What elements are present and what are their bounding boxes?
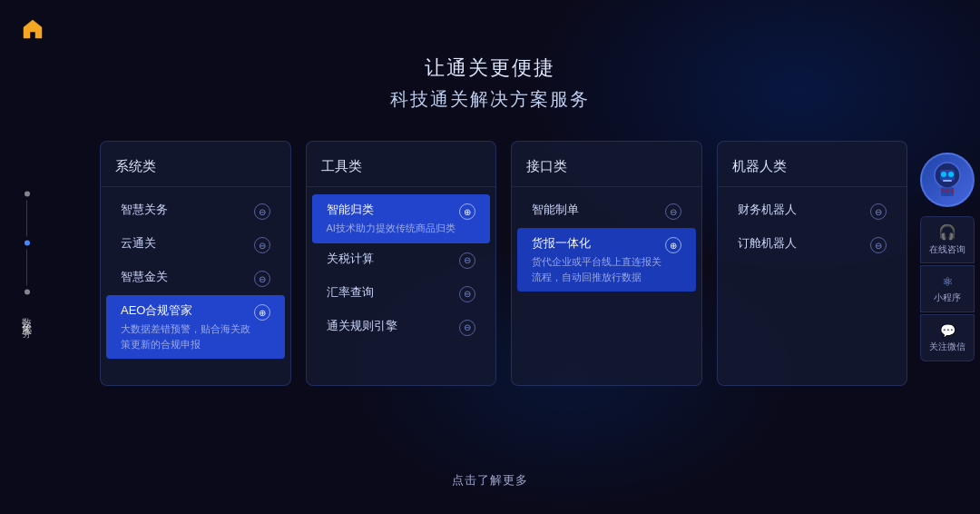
wechat-icon: 💬 [940, 323, 956, 338]
svg-point-2 [941, 172, 946, 177]
online-consult-label: 在线咨询 [929, 243, 965, 256]
card-item-zhihui-guanwu[interactable]: 智慧关务 ⊖ [106, 194, 285, 228]
side-label: 数字化服务 [20, 310, 34, 323]
mini-program-button[interactable]: ⚛ 小程序 [920, 265, 975, 312]
arrow-icon: ⊕ [254, 304, 270, 321]
card-item-zhineng-zhidan[interactable]: 智能制单 ⊖ [517, 194, 696, 228]
card-interfaces: 接口类 智能制单 ⊖ 货报一体化 货代企业或平台线上直连报关流程，自动回推放行数… [511, 141, 702, 386]
arrow-icon: ⊖ [459, 286, 475, 302]
card-item-dingcang-jiqiren[interactable]: 订舱机器人 ⊖ [723, 228, 902, 262]
cards-container: 系统类 智慧关务 ⊖ 云通关 ⊖ 智慧金关 ⊖ AEO合规管家 大数据差错预警，… [100, 141, 907, 386]
card-systems-title: 系统类 [101, 158, 290, 187]
robot-avatar [920, 153, 975, 207]
card-tools-title: 工具类 [307, 158, 496, 187]
svg-rect-8 [941, 187, 954, 196]
svg-rect-4 [943, 180, 952, 182]
card-systems: 系统类 智慧关务 ⊖ 云通关 ⊖ 智慧金关 ⊖ AEO合规管家 大数据差错预警，… [100, 141, 291, 386]
mini-program-icon: ⚛ [942, 274, 954, 289]
arrow-icon: ⊖ [459, 252, 475, 269]
card-item-guanshui-jisuan[interactable]: 关税计算 ⊖ [312, 243, 491, 277]
mini-program-label: 小程序 [934, 292, 961, 304]
arrow-icon: ⊖ [254, 203, 270, 220]
side-dot-1 [24, 192, 30, 197]
card-item-zhihui-jinguan[interactable]: 智慧金关 ⊖ [106, 262, 285, 295]
side-dot-active [24, 241, 30, 246]
card-item-caiwu-jiqiren[interactable]: 财务机器人 ⊖ [723, 194, 902, 228]
card-item-tongguan-yinjing[interactable]: 通关规则引擎 ⊖ [312, 311, 491, 344]
arrow-icon: ⊕ [459, 203, 475, 220]
arrow-icon: ⊖ [254, 271, 270, 287]
online-consult-button[interactable]: 🎧 在线咨询 [920, 216, 975, 263]
wechat-follow-button[interactable]: 💬 关注微信 [920, 314, 975, 361]
arrow-icon: ⊖ [665, 203, 681, 220]
main-title: 让通关更便捷 科技通关解决方案服务 [390, 54, 590, 112]
card-interfaces-title: 接口类 [512, 158, 701, 187]
side-dot-2 [24, 290, 30, 295]
side-navigation: 数字化服务 [20, 192, 34, 323]
card-item-huobao-yitihua[interactable]: 货报一体化 货代企业或平台线上直连报关流程，自动回推放行数据 ⊕ [517, 228, 696, 292]
home-button[interactable] [18, 15, 47, 44]
side-line-1 [26, 201, 27, 237]
card-item-aeo-heguijia[interactable]: AEO合规管家 大数据差错预警，贴合海关政策更新的合规申报 ⊕ [106, 295, 285, 359]
arrow-icon: ⊖ [870, 237, 887, 253]
svg-point-3 [948, 172, 954, 177]
card-robots-title: 机器人类 [718, 158, 907, 187]
learn-more-link[interactable]: 点击了解更多 [452, 473, 528, 487]
arrow-icon: ⊖ [870, 203, 887, 220]
right-side-panel: 🎧 在线咨询 ⚛ 小程序 💬 关注微信 [915, 153, 980, 361]
card-robots: 机器人类 财务机器人 ⊖ 订舱机器人 ⊖ [717, 141, 908, 386]
arrow-icon: ⊕ [665, 237, 681, 253]
arrow-icon: ⊖ [459, 320, 475, 336]
bottom-link[interactable]: 点击了解更多 [452, 471, 528, 489]
headset-icon: 🎧 [938, 223, 956, 241]
card-item-huilv-chaxun[interactable]: 汇率查询 ⊖ [312, 277, 491, 311]
side-line-2 [26, 250, 27, 286]
arrow-icon: ⊖ [254, 237, 270, 253]
card-item-zhineng-guilei[interactable]: 智能归类 AI技术助力提效传统商品归类 ⊕ [312, 194, 491, 243]
card-item-yun-tongguan[interactable]: 云通关 ⊖ [106, 228, 285, 262]
card-tools: 工具类 智能归类 AI技术助力提效传统商品归类 ⊕ 关税计算 ⊖ 汇率查询 ⊖ … [306, 141, 497, 386]
wechat-follow-label: 关注微信 [929, 341, 965, 353]
